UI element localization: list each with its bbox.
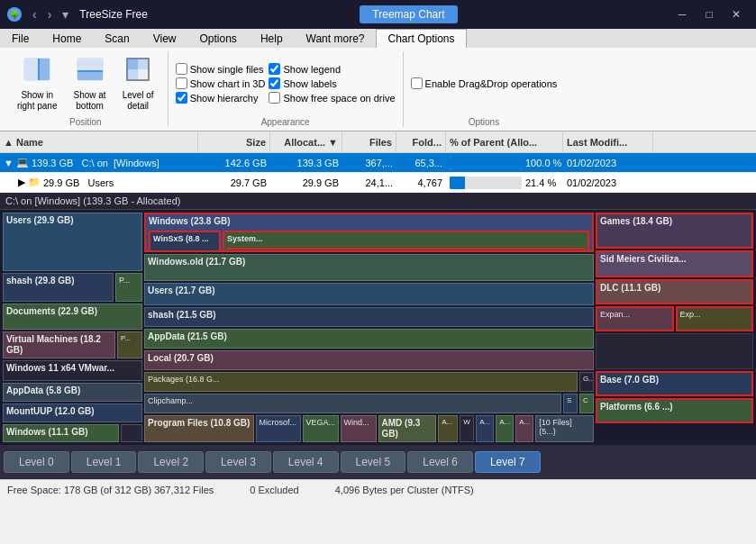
list-item[interactable]: A... — [515, 415, 533, 442]
list-item[interactable]: Users (21.7 GB) — [144, 283, 594, 305]
list-item[interactable]: Clipchamp... — [144, 394, 561, 413]
show-right-pane-button[interactable]: Show inright pane — [11, 51, 63, 115]
level-7-button[interactable]: Level 7 — [475, 451, 541, 473]
menu-file[interactable]: File — [0, 29, 41, 48]
list-item[interactable]: Driv... — [227, 248, 585, 252]
percent-bar-bg — [450, 177, 522, 189]
list-item[interactable]: Exp... — [676, 306, 754, 331]
show-free-space-input[interactable] — [269, 92, 280, 104]
dragdrop-checkbox[interactable]: Enable Drag&Drop operations — [411, 77, 558, 89]
minimize-button[interactable]: ─ — [669, 2, 695, 27]
ribbon-outer: File Home Scan View Options Help Want mo… — [0, 29, 756, 131]
list-item[interactable]: Platforms (6.6 ...) — [596, 398, 753, 423]
list-item[interactable]: C — [579, 394, 594, 413]
row-size: 29.7 GB — [198, 177, 270, 188]
level-1-button[interactable]: Level 1 — [71, 451, 137, 473]
list-item[interactable]: P... — [117, 331, 142, 358]
col-header-percent[interactable]: % of Parent (Allo... — [446, 131, 563, 152]
show-legend-input[interactable] — [269, 63, 280, 75]
list-item[interactable]: Base (7.0 GB) — [596, 371, 753, 396]
menu-chart-options[interactable]: Chart Options — [376, 29, 466, 48]
title-bar-left: 🌳 ‹ › ▾ TreeSize Free — [7, 5, 148, 23]
menu-home[interactable]: Home — [41, 29, 93, 48]
list-item[interactable]: P... — [115, 273, 142, 302]
list-item[interactable]: Games (18.4 GB) — [596, 213, 753, 249]
col-header-modified[interactable]: Last Modifi... — [563, 131, 653, 152]
nav-menu-button[interactable]: ▾ — [59, 5, 72, 23]
list-item[interactable]: W — [460, 415, 474, 442]
show-single-files-input[interactable] — [176, 63, 187, 75]
table-row[interactable]: ▼ 💻 139.3 GB C:\ on [Windows] 142.6 GB 1… — [0, 153, 756, 173]
list-item[interactable]: Windows (23.8 GB) WinSxS (8.8 ... System… — [144, 213, 594, 252]
menu-help[interactable]: Help — [249, 29, 295, 48]
list-item[interactable]: Microsof... — [256, 415, 301, 442]
list-item[interactable]: A... — [476, 415, 494, 442]
list-item[interactable]: Users (29.9 GB) — [3, 213, 142, 271]
menu-scan[interactable]: Scan — [93, 29, 141, 48]
list-item[interactable]: Packages (16.8 G... — [144, 372, 578, 392]
show-hierarchy-input[interactable] — [176, 92, 187, 104]
list-item[interactable]: Wind... — [341, 415, 377, 442]
show-labels-input[interactable] — [269, 77, 280, 89]
list-item[interactable]: WinSxS (8.8 ... — [149, 231, 221, 252]
col-header-files[interactable]: Files — [342, 131, 396, 152]
treemap-left-col: Users (29.9 GB) shash (29.8 GB) P... Doc… — [3, 213, 142, 442]
level-3-button[interactable]: Level 3 — [205, 451, 271, 473]
show-chart-3d-input[interactable] — [176, 77, 187, 89]
ribbon-position-group: Show inright pane Show atbottom Level of… — [4, 51, 169, 127]
list-item[interactable]: A... — [496, 415, 514, 442]
show-labels-checkbox[interactable]: Show labels — [269, 77, 395, 89]
menu-options[interactable]: Options — [188, 29, 249, 48]
show-single-files-checkbox[interactable]: Show single files — [176, 63, 266, 75]
col-header-alloc[interactable]: Allocat... ▼ — [270, 131, 342, 152]
level-of-detail-button[interactable]: Level ofdetail — [116, 51, 160, 115]
list-item[interactable]: System... Driv... — [223, 231, 589, 252]
list-item[interactable]: shash (29.8 GB) — [3, 273, 114, 302]
list-item[interactable]: Windows 11 x64 VMwar... — [3, 360, 142, 382]
list-item[interactable]: AppData (21.5 GB) — [144, 329, 594, 349]
list-item[interactable]: MountUUP (12.0 GB) — [3, 403, 142, 422]
list-item[interactable]: Virtual Machines (18.2 GB) — [3, 331, 115, 358]
back-button[interactable]: ‹ — [29, 5, 41, 23]
tree-body: ▼ 💻 139.3 GB C:\ on [Windows] 142.6 GB 1… — [0, 153, 756, 193]
dragdrop-input[interactable] — [411, 77, 423, 89]
col-header-name[interactable]: ▲ Name — [0, 131, 198, 152]
menu-want-more[interactable]: Want more? — [295, 29, 377, 48]
close-button[interactable]: ✕ — [724, 2, 749, 27]
maximize-button[interactable]: □ — [697, 2, 722, 27]
level-4-button[interactable]: Level 4 — [273, 451, 339, 473]
col-header-size[interactable]: Size — [198, 131, 270, 152]
treemap-chart-tab[interactable]: Treemap Chart — [360, 5, 457, 23]
show-bottom-button[interactable]: Show atbottom — [67, 51, 112, 115]
show-free-space-checkbox[interactable]: Show free space on drive — [269, 92, 395, 104]
list-item[interactable]: shash (21.5 GB) — [144, 307, 594, 327]
level-2-button[interactable]: Level 2 — [138, 451, 204, 473]
table-row[interactable]: ▶ 📁 29.9 GB Users 29.7 GB 29.9 GB 24,1..… — [0, 173, 756, 193]
list-item[interactable]: G... — [579, 372, 594, 392]
list-item[interactable]: Expan... — [596, 306, 674, 331]
list-item[interactable]: Local (20.7 GB) — [144, 350, 594, 370]
list-item[interactable]: [10 Files] (5...) — [535, 415, 594, 442]
level-5-button[interactable]: Level 5 — [341, 451, 406, 473]
list-item[interactable]: VEGA... — [303, 415, 339, 442]
options-checkboxes: Enable Drag&Drop operations — [411, 51, 558, 115]
show-legend-checkbox[interactable]: Show legend — [269, 63, 395, 75]
menu-view[interactable]: View — [141, 29, 188, 48]
list-item[interactable]: Documents (22.9 GB) — [3, 304, 142, 329]
show-chart-3d-checkbox[interactable]: Show chart in 3D — [176, 77, 266, 89]
list-item[interactable]: S — [563, 394, 578, 413]
forward-button[interactable]: › — [44, 5, 56, 23]
level-0-button[interactable]: Level 0 — [4, 451, 69, 473]
list-item[interactable]: AppData (5.8 GB) — [3, 383, 142, 402]
show-hierarchy-checkbox[interactable]: Show hierarchy — [176, 92, 266, 104]
list-item[interactable]: Sid Meiers Civiliza... — [596, 250, 753, 277]
list-item[interactable] — [121, 424, 142, 442]
level-6-button[interactable]: Level 6 — [407, 451, 473, 473]
list-item[interactable]: Program Files (10.8 GB) — [144, 415, 254, 442]
col-header-folders[interactable]: Fold... — [396, 131, 446, 152]
list-item[interactable]: Windows.old (21.7 GB) — [144, 254, 594, 281]
list-item[interactable]: Windows (11.1 GB) — [3, 424, 119, 442]
list-item[interactable]: DLC (11.1 GB) — [596, 279, 753, 304]
list-item[interactable]: AMD (9.3 GB) — [378, 415, 437, 442]
list-item[interactable]: A... — [438, 415, 458, 442]
